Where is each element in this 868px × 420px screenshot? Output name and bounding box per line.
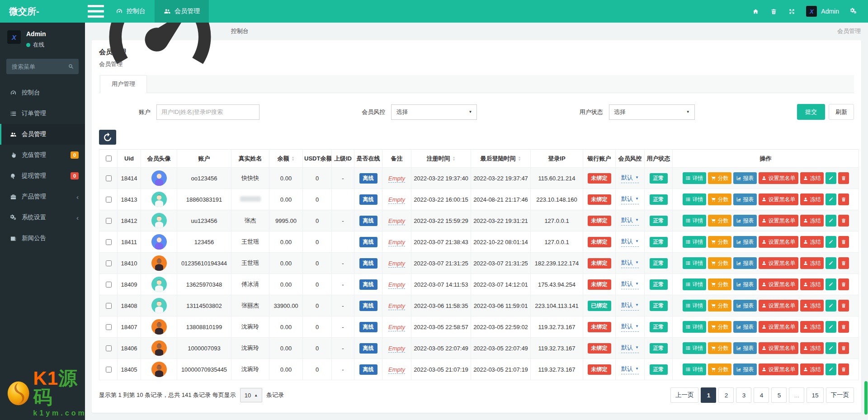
score-button[interactable]: 分数 [708, 321, 731, 333]
risk-dropdown-link[interactable]: 默认▼ [621, 259, 639, 268]
blacklist-button[interactable]: 设置黑名单 [759, 215, 798, 227]
edit-button[interactable] [826, 172, 836, 184]
pagination-page-15[interactable]: 15 [807, 387, 823, 403]
page-size-select[interactable]: 10▲ [240, 388, 262, 402]
delete-button[interactable] [838, 321, 849, 333]
risk-dropdown-link[interactable]: 默认▼ [621, 216, 639, 226]
edit-button[interactable] [826, 193, 836, 205]
delete-button[interactable] [838, 300, 849, 311]
detail-button[interactable]: 详情 [683, 342, 706, 354]
row-checkbox[interactable] [106, 282, 112, 288]
detail-button[interactable]: 详情 [683, 236, 706, 248]
score-button[interactable]: 分数 [708, 300, 731, 311]
select-all-checkbox[interactable] [106, 156, 112, 161]
account-search-input[interactable] [156, 104, 259, 120]
sidebar-item-deposits[interactable]: 充值管理0 [0, 145, 85, 165]
remark-editable-link[interactable]: Empty [388, 217, 405, 225]
blacklist-button[interactable]: 设置黑名单 [759, 363, 798, 375]
report-button[interactable]: 报表 [733, 193, 757, 205]
pagination-ellipsis[interactable]: ... [789, 387, 804, 403]
column-header-最后登陆时间[interactable]: 最后登陆时间▲▼ [471, 150, 531, 168]
trash-icon[interactable] [764, 0, 783, 23]
freeze-button[interactable]: 冻结 [800, 215, 824, 227]
sidebar-item-news[interactable]: 新闻公告 [0, 228, 85, 249]
table-reload-button[interactable] [99, 130, 116, 145]
risk-dropdown-link[interactable]: 默认▼ [621, 344, 639, 353]
delete-button[interactable] [838, 342, 849, 354]
sidebar-item-products[interactable]: 产品管理‹ [0, 186, 85, 207]
report-button[interactable]: 报表 [733, 300, 757, 311]
remark-editable-link[interactable]: Empty [388, 345, 405, 353]
freeze-button[interactable]: 冻结 [800, 257, 824, 269]
delete-button[interactable] [838, 363, 849, 375]
delete-button[interactable] [838, 172, 849, 184]
row-checkbox[interactable] [106, 218, 112, 224]
row-checkbox[interactable] [106, 197, 112, 203]
pagination-page-4[interactable]: 4 [754, 387, 769, 403]
freeze-button[interactable]: 冻结 [800, 172, 824, 184]
row-checkbox[interactable] [106, 303, 112, 309]
sidebar-item-dashboard[interactable]: 控制台 [0, 82, 85, 103]
blacklist-button[interactable]: 设置黑名单 [759, 172, 798, 184]
pagination-page-2[interactable]: 2 [718, 387, 734, 403]
status-select[interactable]: 选择▼ [609, 104, 695, 120]
topnav-item-dashboard[interactable]: 控制台 [107, 0, 155, 23]
detail-button[interactable]: 详情 [683, 321, 706, 333]
delete-button[interactable] [838, 257, 849, 269]
report-button[interactable]: 报表 [733, 321, 757, 333]
score-button[interactable]: 分数 [708, 172, 731, 184]
row-checkbox[interactable] [106, 260, 112, 266]
pagination-page-5[interactable]: 5 [771, 387, 787, 403]
row-checkbox[interactable] [106, 324, 112, 330]
delete-button[interactable] [838, 278, 849, 290]
detail-button[interactable]: 详情 [683, 193, 706, 205]
sidebar-toggle-button[interactable] [85, 0, 107, 23]
blacklist-button[interactable]: 设置黑名单 [759, 321, 798, 333]
remark-editable-link[interactable]: Empty [388, 302, 405, 310]
detail-button[interactable]: 详情 [683, 300, 706, 311]
column-header-余额[interactable]: 余额▲▼ [269, 150, 303, 168]
pagination-page-3[interactable]: 3 [736, 387, 751, 403]
remark-editable-link[interactable]: Empty [388, 196, 405, 204]
pagination-next[interactable]: 下一页 [826, 387, 854, 403]
sidebar-item-withdrawals[interactable]: 提现管理0 [0, 165, 85, 186]
submit-button[interactable]: 提交 [797, 104, 825, 120]
blacklist-button[interactable]: 设置黑名单 [759, 193, 798, 205]
refresh-button[interactable]: 刷新 [829, 104, 854, 120]
freeze-button[interactable]: 冻结 [800, 300, 824, 311]
blacklist-button[interactable]: 设置黑名单 [759, 342, 798, 354]
score-button[interactable]: 分数 [708, 257, 731, 269]
edit-button[interactable] [826, 215, 836, 227]
risk-dropdown-link[interactable]: 默认▼ [621, 280, 639, 289]
settings-gear-icon[interactable] [844, 0, 863, 23]
remark-editable-link[interactable]: Empty [388, 324, 405, 331]
blacklist-button[interactable]: 设置黑名单 [759, 257, 798, 269]
detail-button[interactable]: 详情 [683, 215, 706, 227]
blacklist-button[interactable]: 设置黑名单 [759, 300, 798, 311]
score-button[interactable]: 分数 [708, 215, 731, 227]
score-button[interactable]: 分数 [708, 193, 731, 205]
edit-button[interactable] [826, 363, 836, 375]
risk-dropdown-link[interactable]: 默认▼ [621, 237, 639, 247]
edit-button[interactable] [826, 300, 836, 311]
scrollbar-thumb[interactable] [864, 381, 868, 415]
report-button[interactable]: 报表 [733, 278, 757, 290]
risk-dropdown-link[interactable]: 默认▼ [621, 301, 639, 311]
home-icon[interactable] [746, 0, 764, 23]
blacklist-button[interactable]: 设置黑名单 [759, 278, 798, 290]
blacklist-button[interactable]: 设置黑名单 [759, 236, 798, 248]
edit-button[interactable] [826, 321, 836, 333]
risk-dropdown-link[interactable]: 默认▼ [621, 322, 639, 332]
score-button[interactable]: 分数 [708, 363, 731, 375]
edit-button[interactable] [826, 236, 836, 248]
score-button[interactable]: 分数 [708, 236, 731, 248]
row-checkbox[interactable] [106, 239, 112, 245]
risk-select[interactable]: 选择▼ [391, 104, 477, 120]
edit-button[interactable] [826, 342, 836, 354]
remark-editable-link[interactable]: Empty [388, 281, 405, 289]
freeze-button[interactable]: 冻结 [800, 321, 824, 333]
freeze-button[interactable]: 冻结 [800, 363, 824, 375]
delete-button[interactable] [838, 236, 849, 248]
remark-editable-link[interactable]: Empty [388, 366, 405, 374]
sidebar-item-orders[interactable]: 订单管理 [0, 103, 85, 124]
